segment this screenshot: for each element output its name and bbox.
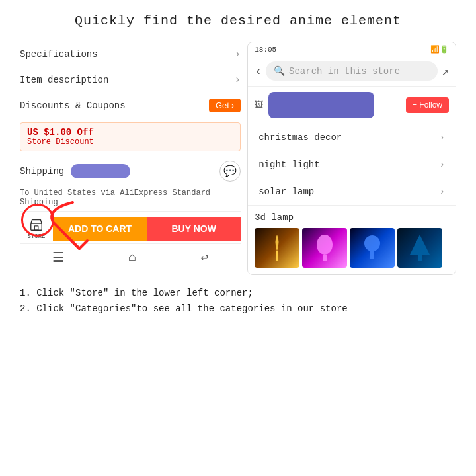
follow-button[interactable]: + Follow bbox=[406, 97, 449, 113]
category-item-solarlamp[interactable]: solar lamp › bbox=[248, 178, 456, 206]
discounts-label: Discounts & Coupons bbox=[20, 100, 126, 111]
lamp-section-title: 3d lamp bbox=[255, 212, 449, 223]
store-discount-label: Store Discount bbox=[27, 138, 233, 147]
category-arrow-icon: › bbox=[440, 186, 445, 197]
item-description-row[interactable]: Item description › bbox=[20, 67, 241, 93]
category-item-christmas[interactable]: christmas decor › bbox=[248, 124, 456, 151]
page-container: Quickly find the desired anime element S… bbox=[0, 0, 476, 476]
lamp-images bbox=[255, 228, 449, 268]
home-icon[interactable]: ⌂ bbox=[128, 250, 136, 265]
back-chevron-icon[interactable]: ‹ bbox=[255, 65, 262, 78]
specifications-label: Specifications bbox=[20, 49, 98, 60]
store-banner-row: 🖼 + Follow bbox=[248, 87, 456, 124]
discount-box: US $1.00 Off Store Discount bbox=[20, 122, 241, 151]
svg-rect-0 bbox=[31, 223, 42, 230]
bottom-bar: STORE ADD TO CART BUY NOW bbox=[20, 211, 241, 241]
search-input-box[interactable]: 🔍 Search in this store bbox=[266, 61, 438, 81]
store-svg-icon bbox=[29, 218, 44, 232]
store-tab-icon: 🖼 bbox=[255, 100, 263, 110]
search-icon: 🔍 bbox=[274, 65, 285, 77]
category-label: solar lamp bbox=[258, 186, 314, 197]
svg-rect-1 bbox=[34, 226, 38, 230]
right-panel: 18:05 📶🔋 ‹ 🔍 Search in this store ↗ 🖼 + … bbox=[247, 42, 456, 275]
status-icons: 📶🔋 bbox=[430, 45, 449, 54]
content-area: Specifications › Item description › Disc… bbox=[20, 42, 456, 275]
lamp-figure-2 bbox=[311, 231, 338, 264]
category-arrow-icon: › bbox=[440, 132, 445, 143]
svg-point-3 bbox=[317, 235, 333, 255]
lamp-section: 3d lamp bbox=[248, 206, 456, 274]
instructions: 1. Click "Store" in the lower left corne… bbox=[20, 286, 456, 317]
share-icon[interactable]: ↗ bbox=[442, 64, 449, 79]
store-label: STORE bbox=[27, 233, 45, 240]
category-label: night light bbox=[258, 159, 319, 170]
store-banner-blurred bbox=[268, 92, 374, 118]
search-placeholder: Search in this store bbox=[289, 66, 400, 77]
spec-arrow-icon: › bbox=[235, 48, 241, 60]
shipping-label: Shipping bbox=[20, 166, 64, 177]
discount-price: US $1.00 Off bbox=[27, 127, 233, 138]
lamp-figure-1 bbox=[264, 231, 290, 264]
get-button[interactable]: Get › bbox=[209, 99, 241, 112]
status-time: 18:05 bbox=[255, 46, 276, 54]
svg-point-5 bbox=[364, 235, 380, 251]
get-arrow-icon: › bbox=[231, 100, 234, 110]
svg-rect-4 bbox=[323, 255, 327, 261]
search-bar-row: ‹ 🔍 Search in this store ↗ bbox=[248, 56, 456, 87]
lamp-image-2[interactable] bbox=[302, 228, 347, 268]
page-title: Quickly find the desired anime element bbox=[20, 13, 456, 28]
status-bar: 18:05 📶🔋 bbox=[248, 42, 456, 56]
hamburger-menu-icon[interactable]: ☰ bbox=[52, 249, 64, 266]
left-panel: Specifications › Item description › Disc… bbox=[20, 42, 241, 275]
svg-rect-7 bbox=[418, 255, 422, 261]
shipping-row: Shipping 💬 bbox=[20, 155, 241, 187]
back-icon[interactable]: ↩ bbox=[200, 249, 208, 266]
specifications-row[interactable]: Specifications › bbox=[20, 42, 241, 67]
store-button[interactable]: STORE bbox=[20, 218, 53, 240]
category-item-nightlight[interactable]: night light › bbox=[248, 151, 456, 178]
discounts-row: Discounts & Coupons Get › bbox=[20, 93, 241, 118]
instruction-line-2: 2. Click "Categories"to see all the cate… bbox=[20, 301, 456, 317]
svg-rect-6 bbox=[370, 251, 374, 259]
lamp-figure-4 bbox=[407, 231, 433, 264]
lamp-image-4[interactable] bbox=[397, 228, 442, 268]
category-label: christmas decor bbox=[258, 132, 342, 143]
category-arrow-icon: › bbox=[440, 159, 445, 170]
chat-icon[interactable]: 💬 bbox=[219, 161, 241, 182]
add-to-cart-button[interactable]: ADD TO CART bbox=[53, 217, 147, 241]
lamp-figure-3 bbox=[359, 231, 385, 264]
shipping-info: To United States via AliExpress Standard… bbox=[20, 187, 241, 211]
shipping-blurred bbox=[71, 164, 130, 178]
item-description-label: Item description bbox=[20, 75, 108, 85]
desc-arrow-icon: › bbox=[235, 74, 241, 86]
lamp-image-1[interactable] bbox=[255, 228, 299, 268]
buy-now-button[interactable]: BUY NOW bbox=[147, 217, 241, 241]
lamp-image-3[interactable] bbox=[350, 228, 395, 268]
instruction-line-1: 1. Click "Store" in the lower left corne… bbox=[20, 286, 456, 301]
nav-bar: ☰ ⌂ ↩ bbox=[20, 243, 241, 267]
